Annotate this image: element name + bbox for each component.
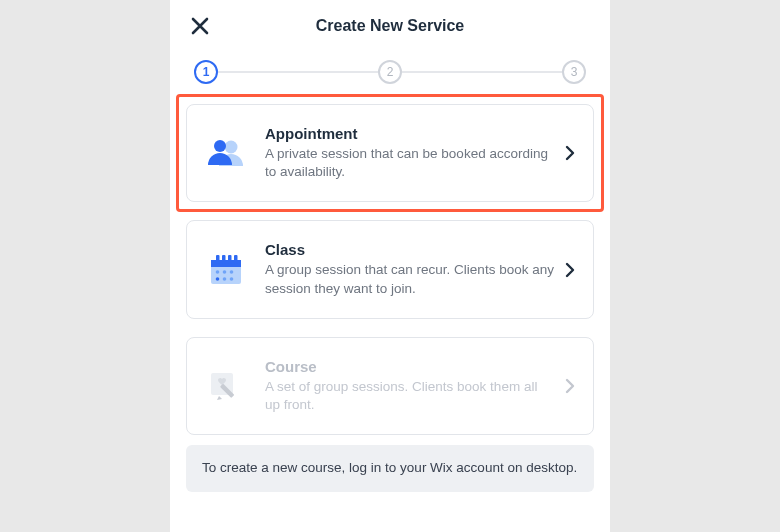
option-class-text: Class A group session that can recur. Cl…: [265, 241, 565, 297]
option-appointment-wrap: Appointment A private session that can b…: [186, 104, 594, 202]
svg-point-11: [216, 277, 220, 281]
calendar-icon: [205, 249, 247, 291]
option-class-desc: A group session that can recur. Clients …: [265, 261, 555, 297]
option-course-section: Course A set of group sessions. Clients …: [170, 337, 610, 435]
step-1: 1: [194, 60, 218, 84]
svg-rect-4: [216, 255, 220, 264]
service-options: Appointment A private session that can b…: [170, 104, 610, 319]
option-appointment-title: Appointment: [265, 125, 555, 142]
svg-point-9: [223, 270, 227, 274]
option-appointment-desc: A private session that can be booked acc…: [265, 145, 555, 181]
option-class[interactable]: Class A group session that can recur. Cl…: [186, 220, 594, 318]
svg-point-12: [223, 277, 227, 281]
option-appointment[interactable]: Appointment A private session that can b…: [186, 104, 594, 202]
step-3: 3: [562, 60, 586, 84]
chevron-right-icon: [565, 262, 575, 278]
step-line: [218, 71, 378, 73]
option-course-text: Course A set of group sessions. Clients …: [265, 358, 565, 414]
create-service-panel: Create New Service 1 2 3 Appointment: [170, 0, 610, 532]
close-icon: [191, 17, 209, 35]
option-course-title: Course: [265, 358, 555, 375]
chevron-right-icon: [565, 378, 575, 394]
pencil-heart-icon: [205, 365, 247, 407]
svg-rect-5: [222, 255, 226, 264]
modal-title: Create New Service: [316, 17, 465, 35]
option-course: Course A set of group sessions. Clients …: [186, 337, 594, 435]
svg-point-8: [216, 270, 220, 274]
option-class-wrap: Class A group session that can recur. Cl…: [186, 220, 594, 318]
svg-point-1: [214, 140, 226, 152]
step-line: [402, 71, 562, 73]
option-class-title: Class: [265, 241, 555, 258]
svg-marker-16: [217, 396, 222, 400]
svg-point-0: [225, 141, 238, 154]
stepper: 1 2 3: [170, 48, 610, 104]
option-appointment-text: Appointment A private session that can b…: [265, 125, 565, 181]
modal-header: Create New Service: [170, 0, 610, 48]
close-button[interactable]: [186, 12, 214, 40]
svg-point-13: [230, 277, 234, 281]
step-2: 2: [378, 60, 402, 84]
people-icon: [205, 132, 247, 174]
svg-rect-6: [228, 255, 232, 264]
chevron-right-icon: [565, 145, 575, 161]
course-desktop-notice: To create a new course, log in to your W…: [186, 445, 594, 492]
option-course-desc: A set of group sessions. Clients book th…: [265, 378, 555, 414]
svg-point-10: [230, 270, 234, 274]
svg-rect-7: [234, 255, 238, 264]
